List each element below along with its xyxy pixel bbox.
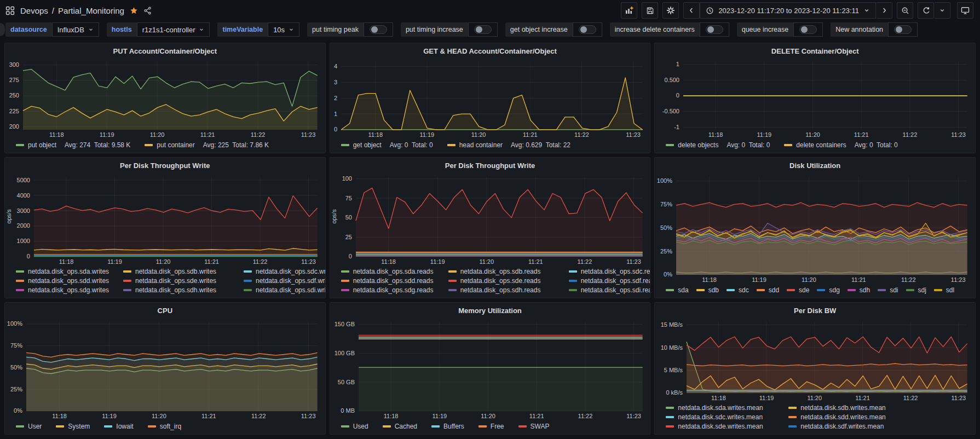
legend-item[interactable]: Buffers bbox=[431, 423, 464, 430]
breadcrumb-dashboard[interactable]: Partial_Monitoring bbox=[58, 6, 124, 15]
series-color-dash bbox=[431, 425, 440, 428]
legend-item[interactable]: netdata.disk_ops.sdf.writes bbox=[244, 277, 326, 285]
legend-item[interactable]: netdata.disk.sdd.writes.mean bbox=[788, 413, 971, 421]
legend-item[interactable]: System bbox=[56, 423, 90, 430]
toggle-switch[interactable] bbox=[364, 22, 393, 37]
panel-title[interactable]: PUT Account/Container/Object bbox=[5, 45, 325, 57]
legend-item[interactable]: netdata.disk_ops.sda.reads bbox=[341, 268, 448, 275]
legend-item[interactable]: netdata.disk_ops.sdi.writes bbox=[244, 286, 326, 294]
legend-item[interactable]: netdata.disk_ops.sdd.reads bbox=[341, 277, 448, 285]
legend-item[interactable]: netdata.disk_ops.sdc.writes bbox=[244, 268, 326, 275]
legend-item[interactable]: netdata.disk_ops.sdh.reads bbox=[448, 286, 569, 294]
panel-title[interactable]: DELETE Container/Object bbox=[655, 45, 975, 57]
time-series-chart[interactable]: 11:1811:1911:2011:2111:2211:230 kB/s5 MB… bbox=[655, 317, 975, 403]
toggle-switch[interactable] bbox=[468, 22, 498, 37]
toggle-switch[interactable] bbox=[573, 22, 602, 37]
legend-item[interactable]: delete containersAvg: 0 Total: 0 bbox=[784, 141, 897, 149]
dashboard-settings-button[interactable] bbox=[662, 2, 679, 19]
legend-item[interactable]: Iowait bbox=[104, 423, 133, 430]
svg-text:4: 4 bbox=[334, 63, 337, 70]
time-series-chart[interactable]: 11:1811:1911:2011:2111:2211:230100020003… bbox=[5, 172, 325, 267]
time-shift-forward-button[interactable] bbox=[876, 2, 892, 19]
apps-grid-icon[interactable] bbox=[5, 6, 15, 15]
legend-item[interactable]: netdata.disk_ops.sde.writes bbox=[123, 277, 244, 285]
legend-item[interactable]: sdl bbox=[934, 286, 954, 294]
legend-item[interactable]: put containerAvg: 225 Total: 7.86 K bbox=[145, 141, 269, 149]
legend-item[interactable]: put objectAvg: 274 Total: 9.58 K bbox=[16, 141, 130, 149]
series-color-dash bbox=[784, 144, 792, 146]
legend-item[interactable]: netdata.disk_ops.sde.reads bbox=[448, 277, 569, 285]
legend-item[interactable]: sdc bbox=[727, 286, 749, 294]
time-series-chart[interactable]: 11:1811:1911:2011:2111:2211:230 MB50 GB1… bbox=[330, 317, 650, 421]
time-series-chart[interactable]: 11:1811:1911:2011:2111:2211:23-1-0.50000… bbox=[655, 57, 975, 140]
legend-item[interactable]: netdata.disk.sdc.writes.mean bbox=[666, 413, 788, 421]
legend-item[interactable]: netdata.disk.sdb.writes.mean bbox=[788, 404, 971, 412]
legend-item[interactable]: sde bbox=[787, 286, 809, 294]
legend-item[interactable]: sdi bbox=[878, 286, 898, 294]
legend-item[interactable]: soft_irq bbox=[148, 423, 181, 430]
legend-item[interactable]: sdh bbox=[848, 286, 870, 294]
refresh-interval-dropdown[interactable] bbox=[934, 2, 950, 19]
legend-item[interactable]: netdata.disk_ops.sdc.reads bbox=[569, 268, 651, 275]
zoom-out-time-button[interactable] bbox=[897, 2, 913, 19]
legend-item[interactable]: netdata.disk.sde.writes.mean bbox=[666, 423, 788, 430]
legend-item[interactable]: netdata.disk_ops.sdd.writes bbox=[16, 277, 123, 285]
legend-item[interactable]: SWAP bbox=[518, 423, 550, 430]
panel-title[interactable]: Memory Utilization bbox=[330, 305, 650, 317]
legend-item[interactable]: get objectAvg: 0 Total: 0 bbox=[341, 141, 433, 149]
legend-item[interactable]: netdata.disk_ops.sdg.reads bbox=[341, 286, 448, 294]
svg-text:11:19: 11:19 bbox=[107, 258, 122, 265]
legend-item[interactable]: Cached bbox=[383, 423, 417, 430]
time-series-chart[interactable]: 11:1811:1911:2011:2111:2211:230%25%50%75… bbox=[5, 317, 325, 421]
legend-item[interactable]: netdata.disk_ops.sdi.reads bbox=[569, 286, 651, 294]
panel-title[interactable]: Disk Utilization bbox=[655, 160, 975, 172]
variable-value-dropdown[interactable]: InfluxDB bbox=[52, 22, 99, 37]
svg-text:1: 1 bbox=[676, 61, 679, 67]
panel-title[interactable]: GET & HEAD Account/Container/Object bbox=[330, 45, 650, 57]
time-series-chart[interactable]: 11:1811:1911:2011:2111:2211:2301234 bbox=[330, 57, 650, 140]
time-shift-back-button[interactable] bbox=[683, 2, 700, 19]
toggle-switch[interactable] bbox=[888, 22, 918, 37]
legend-item[interactable]: User bbox=[16, 423, 42, 430]
legend-item[interactable]: netdata.disk_ops.sdg.writes bbox=[16, 286, 123, 294]
legend-item[interactable]: netdata.disk_ops.sdb.writes bbox=[123, 268, 244, 275]
save-dashboard-button[interactable] bbox=[642, 2, 658, 19]
legend-item[interactable]: head containerAvg: 0.629 Total: 22 bbox=[447, 141, 570, 149]
add-panel-button[interactable] bbox=[621, 2, 637, 19]
svg-text:11:21: 11:21 bbox=[855, 395, 870, 401]
time-series-chart[interactable]: 11:1811:1911:2011:2111:2211:232002252502… bbox=[5, 57, 325, 140]
legend-item[interactable]: sdb bbox=[696, 286, 719, 294]
legend-item[interactable]: sdg bbox=[817, 286, 839, 294]
time-range-picker[interactable]: 2023-12-20 11:17:20 to 2023-12-20 11:23:… bbox=[700, 2, 876, 19]
variable-value-dropdown[interactable]: 10s bbox=[268, 22, 299, 37]
breadcrumb[interactable]: Devops / Partial_Monitoring bbox=[20, 6, 124, 15]
panel-title[interactable]: Per Disk Throughput Write bbox=[5, 160, 325, 172]
svg-text:11:18: 11:18 bbox=[383, 413, 398, 419]
toggle-switch[interactable] bbox=[700, 22, 729, 37]
legend-item[interactable]: netdata.disk_ops.sdh.writes bbox=[123, 286, 244, 294]
time-series-chart[interactable]: 11:1811:1911:2011:2111:2211:230%25%50%75… bbox=[655, 172, 975, 285]
variable-value-dropdown[interactable]: r1z1s1-controller bbox=[137, 22, 210, 37]
sidebar-handle[interactable] bbox=[0, 23, 5, 36]
panel-title[interactable]: CPU bbox=[5, 305, 325, 317]
legend-item[interactable]: netdata.disk_ops.sdb.reads bbox=[448, 268, 569, 275]
legend-item[interactable]: Free bbox=[479, 423, 504, 430]
legend-item[interactable]: sdj bbox=[906, 286, 926, 294]
legend-item[interactable]: netdata.disk_ops.sda.writes bbox=[16, 268, 123, 275]
refresh-button[interactable] bbox=[918, 2, 934, 19]
legend-item[interactable]: delete objectsAvg: 0 Total: 0 bbox=[666, 141, 770, 149]
time-series-chart[interactable]: 11:1811:1911:2011:2111:2211:230255075100… bbox=[330, 172, 650, 267]
legend-item[interactable]: netdata.disk.sdf.writes.mean bbox=[788, 423, 971, 430]
panel-title[interactable]: Per Disk Throughput Write bbox=[330, 160, 650, 172]
toggle-switch[interactable] bbox=[793, 22, 823, 37]
legend-item[interactable]: sdd bbox=[757, 286, 779, 294]
favorite-star-icon[interactable] bbox=[130, 7, 138, 15]
breadcrumb-folder[interactable]: Devops bbox=[20, 6, 48, 15]
legend-item[interactable]: sda bbox=[666, 286, 688, 294]
panel-title[interactable]: Per Disk BW bbox=[655, 305, 975, 317]
legend-item[interactable]: netdata.disk_ops.sdf.reads bbox=[569, 277, 651, 285]
legend-item[interactable]: netdata.disk.sda.writes.mean bbox=[666, 404, 788, 412]
share-icon[interactable] bbox=[143, 7, 152, 15]
legend-item[interactable]: Used bbox=[341, 423, 368, 430]
kiosk-mode-button[interactable] bbox=[957, 2, 973, 19]
